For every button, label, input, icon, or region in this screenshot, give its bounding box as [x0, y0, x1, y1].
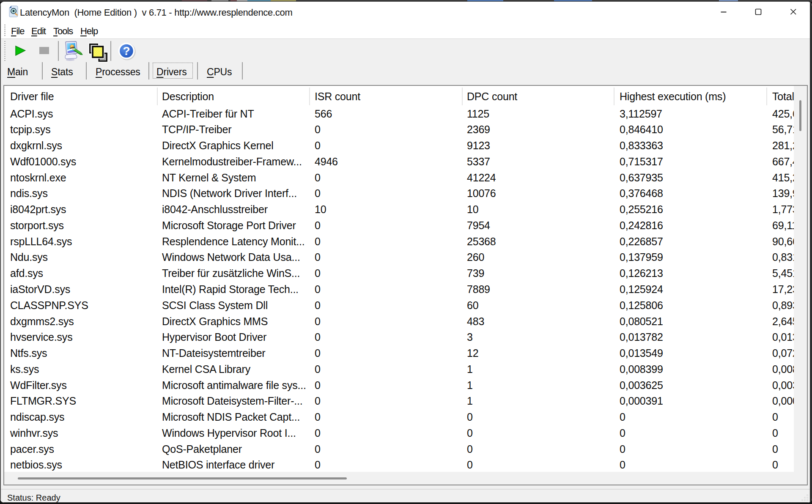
svg-text:?: ? [123, 44, 130, 58]
